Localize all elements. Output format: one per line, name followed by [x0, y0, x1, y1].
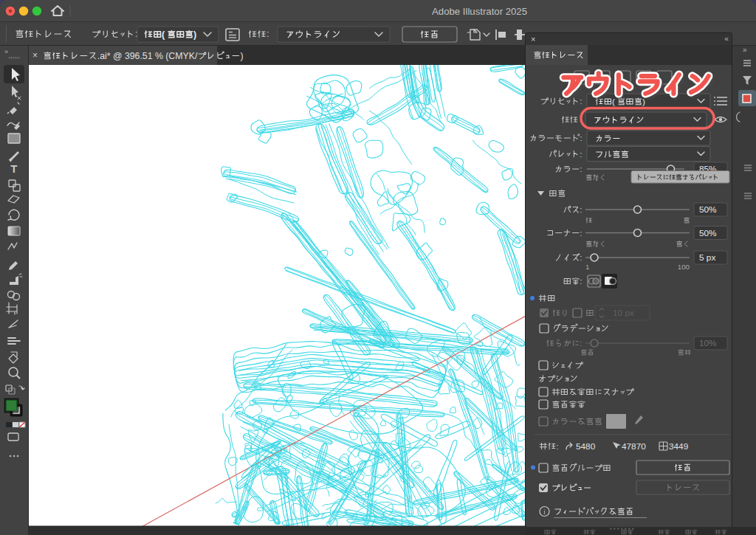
- svg-text::: :: [580, 164, 582, 174]
- svg-text:50%: 50%: [699, 204, 717, 215]
- svg-text:3449: 3449: [669, 441, 688, 452]
- svg-text:10%: 10%: [699, 338, 717, 348]
- svg-text:5 px: 5 px: [699, 252, 715, 263]
- svg-text::: :: [580, 228, 582, 238]
- svg-text:T: T: [10, 162, 17, 175]
- svg-text:×: ×: [32, 50, 38, 61]
- svg-text:«: «: [724, 35, 729, 43]
- svg-text::: :: [580, 133, 582, 143]
- svg-text:»: »: [743, 46, 747, 54]
- svg-text:.ai* @ 396.51 % (CMYK/: .ai* @ 396.51 % (CMYK/: [97, 51, 198, 61]
- svg-text::: :: [580, 96, 582, 106]
- svg-text::: :: [267, 29, 269, 39]
- svg-text:50%: 50%: [699, 228, 717, 238]
- svg-text::: :: [580, 338, 582, 348]
- svg-text:100: 100: [678, 263, 690, 271]
- svg-text:×: ×: [531, 35, 535, 44]
- svg-text::: :: [557, 441, 559, 452]
- svg-text::: :: [580, 204, 582, 215]
- svg-text::: :: [580, 252, 582, 263]
- svg-text:Adobe Illustrator 2025: Adobe Illustrator 2025: [432, 6, 527, 17]
- svg-text::: :: [580, 149, 582, 159]
- svg-text:i: i: [544, 508, 546, 516]
- svg-text:»: »: [4, 48, 8, 55]
- svg-text:5480: 5480: [576, 441, 596, 452]
- svg-text:): ): [240, 51, 243, 61]
- svg-text:1: 1: [585, 263, 589, 271]
- svg-text:): ): [193, 30, 196, 40]
- svg-text:47870: 47870: [622, 441, 646, 452]
- svg-text::: :: [580, 276, 582, 286]
- svg-text:10 px: 10 px: [613, 308, 634, 318]
- svg-text:(: (: [612, 97, 615, 107]
